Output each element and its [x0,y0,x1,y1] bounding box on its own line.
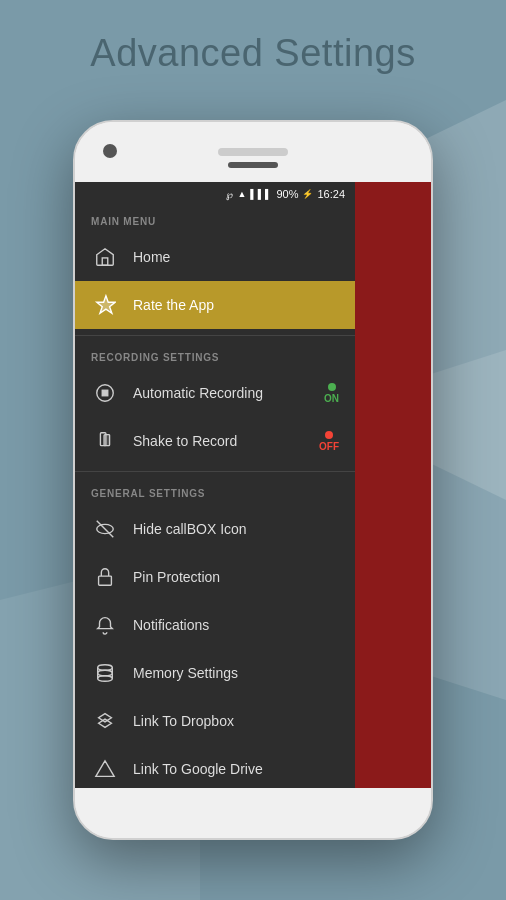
svg-rect-6 [102,390,108,396]
svg-marker-4 [97,296,115,313]
gdrive-label: Link To Google Drive [133,761,339,777]
wifi-icon: ▲ [237,189,246,199]
top-speaker [218,148,288,156]
menu-item-rate-app[interactable]: Rate the App [75,281,355,329]
toggle-off[interactable]: OFF [319,431,339,452]
toggle-off-dot [325,431,333,439]
battery-icon: ⚡ [302,189,313,199]
toggle-on-dot [328,383,336,391]
svg-line-10 [97,521,114,538]
toggle-on[interactable]: ON [324,383,339,404]
svg-point-12 [98,665,113,671]
dropbox-label: Link To Dropbox [133,713,339,729]
divider-2 [75,471,355,472]
navigation-drawer: ℘ ▲ ▌▌▌ 90% ⚡ 16:24 MAIN MENU Ho [75,182,355,788]
earpiece [228,162,278,168]
phone-screen: ℘ ▲ ▌▌▌ 90% ⚡ 16:24 MAIN MENU Ho [75,182,431,788]
menu-item-auto-recording[interactable]: Automatic Recording ON [75,369,355,417]
bluetooth-icon: ℘ [226,189,233,200]
status-bar: ℘ ▲ ▌▌▌ 90% ⚡ 16:24 [75,182,355,206]
memory-settings-label: Memory Settings [133,665,339,681]
menu-item-pin-protection[interactable]: Pin Protection [75,553,355,601]
rate-app-label: Rate the App [133,297,339,313]
svg-rect-11 [99,576,112,585]
power-button [431,242,433,292]
page-title: Advanced Settings [0,32,506,75]
svg-rect-8 [104,435,110,446]
home-icon [91,243,119,271]
dropbox-icon [91,707,119,735]
svg-point-16 [98,676,113,682]
shake-record-label: Shake to Record [133,433,319,449]
menu-item-shake-record[interactable]: Shake to Record OFF [75,417,355,465]
phone-bottom-bezel [75,788,431,838]
svg-point-13 [98,670,113,676]
lock-icon [91,563,119,591]
signal-icon: ▌▌▌ [250,189,272,199]
auto-recording-label: Automatic Recording [133,385,324,401]
menu-item-memory[interactable]: Memory Settings [75,649,355,697]
bell-icon [91,611,119,639]
front-camera [103,144,117,158]
svg-marker-18 [99,719,112,727]
database-icon [91,659,119,687]
hide-icon [91,515,119,543]
toggle-off-text: OFF [319,441,339,452]
gdrive-icon [91,755,119,783]
menu-item-gdrive[interactable]: Link To Google Drive [75,745,355,788]
menu-item-hide-icon[interactable]: Hide callBOX Icon [75,505,355,553]
battery-text: 90% [276,188,298,200]
shake-icon [91,427,119,455]
svg-marker-17 [99,714,112,722]
menu-item-dropbox[interactable]: Link To Dropbox [75,697,355,745]
menu-item-home[interactable]: Home [75,233,355,281]
pin-protection-label: Pin Protection [133,569,339,585]
phone-top-bezel [75,122,431,182]
phone-shell: ℘ ▲ ▌▌▌ 90% ⚡ 16:24 MAIN MENU Ho [73,120,433,840]
recording-settings-label: RECORDING SETTINGS [75,342,355,369]
general-settings-label: GENERAL SETTINGS [75,478,355,505]
notifications-label: Notifications [133,617,339,633]
rate-icon [91,291,119,319]
hide-icon-label: Hide callBOX Icon [133,521,339,537]
home-label: Home [133,249,339,265]
toggle-on-text: ON [324,393,339,404]
svg-marker-19 [96,761,114,777]
auto-recording-icon [91,379,119,407]
main-menu-label: MAIN MENU [75,206,355,233]
svg-rect-3 [102,258,108,265]
time-text: 16:24 [317,188,345,200]
menu-item-notifications[interactable]: Notifications [75,601,355,649]
divider-1 [75,335,355,336]
